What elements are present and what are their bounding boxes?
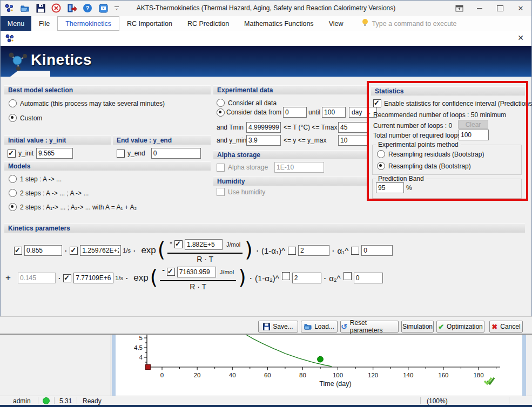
until-input[interactable] bbox=[322, 107, 346, 118]
y-range-row: and y_min <= y <= y_max bbox=[217, 135, 368, 146]
simulation-button[interactable]: Simulation bbox=[401, 321, 434, 333]
minimize-button[interactable] bbox=[473, 2, 486, 14]
points-method-legend: Experimental points method bbox=[376, 141, 461, 148]
param-checkbox[interactable] bbox=[344, 272, 352, 280]
x-icon: ✖ bbox=[491, 323, 497, 331]
menu-button[interactable]: Menu bbox=[1, 16, 31, 31]
left-panel bbox=[0, 335, 111, 396]
use-humidity-row: Use humidity bbox=[217, 188, 265, 196]
tab-thermokinetics[interactable]: Thermokinetics bbox=[57, 16, 119, 31]
from-label: Consider data from bbox=[226, 108, 281, 116]
alpha2-power-label: α₂^ bbox=[329, 274, 341, 283]
command-placeholder: Type a command to execute bbox=[372, 20, 457, 28]
param-checkbox[interactable] bbox=[14, 247, 22, 255]
mdi-strip: ✕ bbox=[1, 31, 531, 46]
optimization-button[interactable]: ✔ Optimization bbox=[436, 321, 484, 333]
clear-button[interactable]: Clear bbox=[458, 120, 488, 129]
a2-input[interactable] bbox=[18, 273, 56, 283]
use-humidity-checkbox[interactable] bbox=[217, 188, 225, 196]
y-end-checkbox[interactable] bbox=[117, 150, 125, 158]
close-button[interactable]: ✕ bbox=[514, 2, 527, 14]
paren-close: ) bbox=[245, 240, 252, 261]
m2-input[interactable] bbox=[354, 273, 383, 283]
tab-view[interactable]: View bbox=[321, 16, 351, 31]
save-button[interactable]: Save... bbox=[258, 321, 298, 333]
load-button[interactable]: Load... bbox=[301, 321, 338, 333]
title-bar: ? ⌄ AKTS-Thermokinetics (Thermal Hazard,… bbox=[1, 1, 531, 16]
tab-mathematics-functions[interactable]: Mathematics Functions bbox=[237, 16, 321, 31]
tab-rc-importation[interactable]: RC Importation bbox=[119, 16, 180, 31]
k1-input[interactable] bbox=[80, 245, 121, 256]
alpha-storage-label: Alpha storage bbox=[228, 164, 268, 171]
tab-file[interactable]: File bbox=[31, 16, 57, 31]
param-checkbox[interactable] bbox=[63, 274, 71, 282]
param-checkbox[interactable] bbox=[167, 268, 175, 276]
alpha-storage-input[interactable] bbox=[274, 162, 324, 173]
param-checkbox[interactable] bbox=[282, 272, 290, 280]
enable-statistics-checkbox[interactable] bbox=[373, 99, 381, 107]
radio-label: 2 steps : A -> ... ; A -> ... bbox=[20, 189, 89, 197]
svg-text:Time (day): Time (day) bbox=[319, 380, 351, 388]
experimental-data-header: Experimental data bbox=[213, 85, 367, 94]
e2-input[interactable] bbox=[177, 267, 216, 277]
chart-left-margin bbox=[112, 335, 116, 396]
tmin-label: and Tmin bbox=[217, 124, 244, 131]
n1-input[interactable] bbox=[298, 245, 329, 256]
paren-close: ) bbox=[238, 267, 246, 289]
param-checkbox[interactable] bbox=[288, 247, 296, 255]
radio-automatic[interactable]: Automatic (this process may take several… bbox=[9, 99, 165, 107]
from-input[interactable] bbox=[283, 107, 307, 118]
tmax-input[interactable] bbox=[338, 122, 368, 133]
y-end-input[interactable] bbox=[151, 148, 201, 159]
prediction-band-input[interactable] bbox=[376, 182, 404, 193]
total-loops-input[interactable] bbox=[459, 130, 489, 140]
temperature-range-row: and Tmin <= T (°C) <= Tmax bbox=[217, 122, 368, 133]
window-title: AKTS-Thermokinetics (Thermal Hazard, Agi… bbox=[1, 4, 531, 12]
application-window: ? ⌄ AKTS-Thermokinetics (Thermal Hazard,… bbox=[0, 0, 532, 407]
y-init-label: y_init bbox=[18, 150, 33, 157]
ymin-input[interactable] bbox=[246, 135, 281, 146]
y-range-label: <= y <= y_max bbox=[284, 137, 335, 144]
radio-custom[interactable]: Custom bbox=[9, 114, 42, 122]
a1-input[interactable] bbox=[24, 245, 62, 256]
ymax-input[interactable] bbox=[338, 135, 368, 146]
ribbon-options-icon[interactable] bbox=[453, 2, 466, 14]
dot-operator: · bbox=[250, 274, 252, 282]
k2-input[interactable] bbox=[73, 273, 113, 283]
check-icon: ✔ bbox=[438, 323, 444, 331]
param-checkbox[interactable] bbox=[174, 240, 183, 248]
n2-input[interactable] bbox=[292, 273, 321, 283]
alpha-storage-checkbox[interactable] bbox=[217, 164, 225, 172]
t-range-label: <= T (°C) <= Tmax bbox=[284, 124, 335, 131]
mdi-close-icon[interactable]: ✕ bbox=[517, 33, 524, 42]
minus-sign: - bbox=[162, 266, 165, 274]
radio-resampling-residuals[interactable]: Resampling residuals (Bootstrap) bbox=[377, 150, 484, 158]
rt-denominator: R · T bbox=[190, 281, 206, 291]
paren-open: ( bbox=[150, 267, 158, 289]
svg-text:4: 4 bbox=[139, 354, 143, 361]
y-init-input[interactable] bbox=[36, 148, 73, 159]
param-checkbox[interactable] bbox=[70, 247, 78, 255]
svg-text:20: 20 bbox=[194, 372, 201, 378]
param-checkbox[interactable] bbox=[351, 247, 359, 255]
y-init-checkbox[interactable] bbox=[8, 150, 16, 158]
m1-input[interactable] bbox=[361, 245, 393, 256]
radio-consider-range[interactable] bbox=[217, 108, 225, 117]
cancel-button[interactable]: ✖ Cancel bbox=[489, 321, 523, 333]
svg-text:140: 140 bbox=[403, 372, 413, 378]
maximize-button[interactable] bbox=[494, 2, 507, 14]
radio-model-2steps[interactable]: 2 steps : A -> ... ; A -> ... bbox=[9, 189, 89, 197]
panel-header: Kinetics bbox=[1, 46, 531, 77]
radio-resampling-data[interactable]: Resampling data (Bootstrap) bbox=[377, 162, 471, 170]
e1-input[interactable] bbox=[185, 239, 223, 250]
tab-rc-prediction[interactable]: RC Prediction bbox=[180, 16, 237, 31]
menu-bar: Menu File Thermokinetics RC Importation … bbox=[1, 16, 531, 31]
tmin-input[interactable] bbox=[246, 122, 281, 133]
radio-model-1step[interactable]: 1 step : A -> ... bbox=[9, 175, 62, 183]
save-icon bbox=[263, 323, 270, 330]
radio-model-2steps-parallel[interactable]: 2 steps : A₁-> ... ; A₂-> ... with A = A… bbox=[9, 203, 137, 211]
radio-consider-all[interactable]: Consider all data bbox=[217, 99, 277, 107]
reset-parameters-button[interactable]: ↺ Reset parameters bbox=[340, 321, 399, 333]
command-box[interactable]: Type a command to execute bbox=[362, 16, 457, 31]
radio-label: Custom bbox=[20, 114, 42, 122]
